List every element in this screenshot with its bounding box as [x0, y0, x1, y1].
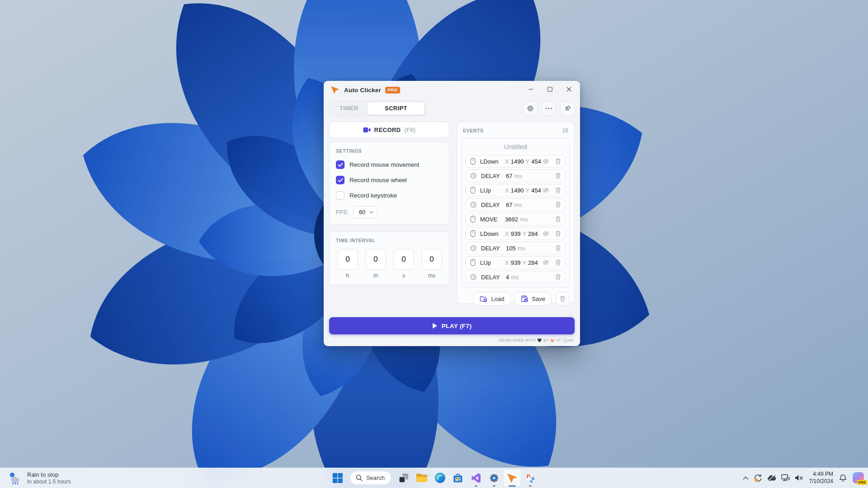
microsoft-store-icon: [453, 473, 463, 483]
load-button[interactable]: Load: [473, 292, 510, 305]
weather-widget[interactable]: Rain to stop In about 1.5 hours: [5, 469, 75, 486]
maximize-button[interactable]: [540, 82, 559, 96]
eye-off-icon[interactable]: [542, 159, 549, 164]
event-row[interactable]: DELAY 67ms: [466, 198, 566, 211]
milliseconds-field[interactable]: [421, 249, 442, 270]
trash-icon[interactable]: [555, 202, 561, 208]
eye-off-icon[interactable]: [542, 231, 549, 236]
titlebar[interactable]: Auto Clicker PRO: [324, 81, 580, 99]
trash-icon[interactable]: [555, 187, 561, 193]
taskbar-search[interactable]: Search: [350, 471, 392, 485]
weather-subtitle: In about 1.5 hours: [27, 479, 71, 485]
file-explorer-icon: [416, 473, 428, 483]
hours-unit-label: h: [337, 272, 358, 279]
settings-app-button[interactable]: [485, 469, 503, 487]
settings-panel: SETTINGS Record mouse movement Record mo…: [329, 142, 449, 225]
chevron-down-icon: [369, 211, 373, 214]
settings-button[interactable]: [523, 101, 538, 116]
maximize-icon: [547, 87, 552, 92]
checkbox-row-mouse-movement[interactable]: Record mouse movement: [336, 160, 443, 169]
notification-center-button[interactable]: [839, 474, 847, 482]
checkbox-row-keystroke[interactable]: Record keystroke: [336, 191, 443, 200]
copilot-button[interactable]: PRE: [853, 472, 864, 483]
onedrive-tray-button[interactable]: [767, 474, 776, 481]
app-logo-icon: [330, 85, 340, 94]
microsoft-store-button[interactable]: [449, 469, 467, 487]
play-icon: [432, 323, 438, 329]
coord-x-value: 1490: [511, 158, 524, 165]
clear-events-button[interactable]: [556, 292, 569, 305]
event-row[interactable]: LDown X939Y284: [466, 227, 566, 240]
bell-icon: [839, 474, 847, 482]
load-icon: [480, 296, 487, 302]
visual-studio-button[interactable]: [467, 469, 485, 487]
network-tray-button[interactable]: [781, 474, 790, 482]
minimize-button[interactable]: [521, 82, 540, 96]
event-type: LDown: [480, 230, 505, 237]
trash-icon[interactable]: [555, 274, 561, 280]
hours-field[interactable]: [337, 249, 358, 270]
check-icon: [338, 178, 343, 183]
pin-icon: [564, 105, 571, 112]
tray-overflow-button[interactable]: [743, 476, 749, 480]
snipping-tool-button[interactable]: [521, 469, 539, 487]
trash-icon[interactable]: [555, 173, 561, 179]
task-view-button[interactable]: [395, 469, 413, 487]
tab-timer[interactable]: TIMER: [330, 102, 368, 115]
event-row[interactable]: LUp X939Y284: [466, 256, 566, 269]
trash-icon[interactable]: [555, 158, 561, 164]
close-button[interactable]: [559, 82, 578, 96]
event-type: DELAY: [481, 173, 506, 179]
event-row[interactable]: MOVE 3692ms: [466, 213, 566, 225]
volume-muted-icon: [795, 474, 803, 481]
checkbox-label: Record mouse wheel: [349, 177, 407, 183]
tab-script[interactable]: SCRIPT: [368, 102, 425, 115]
event-row[interactable]: LDown X1490Y454: [466, 155, 566, 168]
checkbox-checked[interactable]: [336, 176, 344, 184]
trash-icon[interactable]: [555, 259, 561, 266]
seconds-field[interactable]: [393, 249, 414, 270]
events-list: Untitled LDown X1490Y454 DELAY 67ms: [462, 138, 570, 287]
trash-icon[interactable]: [555, 245, 561, 251]
tab-switcher: TIMER SCRIPT: [329, 101, 426, 116]
event-row[interactable]: LUp X1490Y454: [466, 184, 566, 197]
minutes-unit-label: m: [365, 272, 386, 279]
task-view-icon: [398, 473, 409, 483]
video-camera-icon: [363, 127, 371, 133]
events-count: 16: [562, 127, 568, 134]
event-row[interactable]: DELAY 67ms: [466, 169, 566, 182]
time-interval-panel: TIME INTERVAL h m s: [329, 231, 449, 285]
trash-icon[interactable]: [555, 216, 561, 222]
clock-widget[interactable]: 4:49 PM 7/10/2024: [809, 471, 833, 485]
auto-clicker-icon: [507, 473, 518, 483]
eye-off-icon[interactable]: [542, 188, 549, 193]
edge-button[interactable]: [431, 469, 449, 487]
clock-icon: [470, 245, 476, 251]
save-button[interactable]: Save: [514, 292, 552, 305]
coord-x-label: X: [505, 259, 509, 266]
event-type: DELAY: [481, 245, 506, 252]
minutes-field[interactable]: [365, 249, 386, 270]
windows-update-tray-button[interactable]: [754, 474, 762, 482]
script-name[interactable]: Untitled: [466, 141, 566, 153]
close-icon: [566, 87, 571, 92]
start-button[interactable]: [329, 469, 347, 487]
checkbox-checked[interactable]: [336, 160, 344, 169]
file-explorer-button[interactable]: [413, 469, 431, 487]
auto-clicker-taskbar-button[interactable]: [503, 469, 521, 487]
more-options-button[interactable]: [542, 101, 556, 116]
event-row[interactable]: DELAY 105ms: [466, 242, 566, 254]
record-button[interactable]: RECORD (F8): [329, 122, 449, 138]
eye-off-icon[interactable]: [542, 260, 549, 265]
play-button[interactable]: PLAY (F7): [329, 317, 575, 334]
coord-x-value: 939: [511, 230, 521, 237]
checkbox-unchecked[interactable]: [336, 191, 344, 200]
checkbox-row-mouse-wheel[interactable]: Record mouse wheel: [336, 176, 443, 184]
record-hotkey: (F8): [404, 127, 415, 133]
event-row[interactable]: DELAY 4ms: [466, 271, 566, 283]
fps-select[interactable]: 60: [353, 206, 377, 218]
pin-button[interactable]: [560, 101, 575, 116]
volume-tray-button[interactable]: [795, 474, 803, 481]
trash-icon[interactable]: [555, 230, 561, 237]
fps-label: FPS:: [336, 209, 349, 216]
